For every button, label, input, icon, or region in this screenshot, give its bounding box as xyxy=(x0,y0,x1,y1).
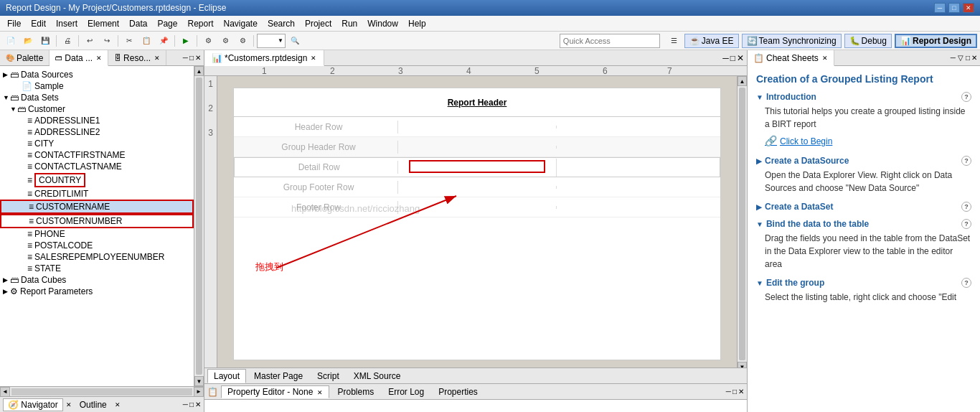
edit-help-icon[interactable]: ? xyxy=(961,278,971,288)
prop-editor-close[interactable]: ✕ xyxy=(317,389,323,396)
toolbar-print[interactable]: 🖨 xyxy=(60,33,75,49)
outline-close[interactable]: ✕ xyxy=(115,401,121,408)
rp-close[interactable]: ✕ xyxy=(971,54,977,62)
tree-item-customernumber[interactable]: ≡ CUSTOMERNUMBER xyxy=(0,214,194,228)
menu-window[interactable]: Window xyxy=(363,17,402,30)
center-minimize[interactable]: ─ xyxy=(722,53,729,63)
cs-section-header-dataset[interactable]: ▶ Create a DataSet ? xyxy=(756,202,971,212)
canvas-scroll-up[interactable]: ▲ xyxy=(738,76,747,86)
cs-section-header-bind[interactable]: ▼ Bind the data to the table ? xyxy=(756,219,971,229)
center-float[interactable]: □ xyxy=(730,53,735,63)
menu-insert[interactable]: Insert xyxy=(52,17,82,30)
scroll-right-btn[interactable]: ► xyxy=(194,387,204,397)
nav-maximize[interactable]: □ xyxy=(189,401,194,408)
perspective-java-ee[interactable]: ☕ Java EE xyxy=(684,34,739,48)
report-canvas[interactable]: Report Header Header Row Group Header Ro… xyxy=(217,76,737,367)
scroll-down-btn[interactable]: ▼ xyxy=(194,376,204,386)
scroll-up-btn[interactable]: ▲ xyxy=(194,66,204,76)
tab-xml-source[interactable]: XML Source xyxy=(347,369,407,383)
tab-customers-rptdesign[interactable]: 📊 *Customers.rptdesign ✕ xyxy=(204,50,324,66)
tree-item-contactlastname[interactable]: ≡ CONTACTLASTNAME xyxy=(0,161,194,172)
tree-item-addressline1[interactable]: ≡ ADDRESSLINE1 xyxy=(0,115,194,126)
tab-data[interactable]: 🗃 Data ... ✕ xyxy=(50,50,108,66)
cheat-close[interactable]: ✕ xyxy=(822,55,828,62)
center-close[interactable]: ✕ xyxy=(737,53,744,63)
rp-minimize[interactable]: ─ xyxy=(951,54,956,62)
canvas-scroll-thumb[interactable] xyxy=(739,88,745,360)
tab-properties[interactable]: Properties xyxy=(432,385,484,398)
quick-access-input[interactable] xyxy=(560,34,660,48)
cs-section-header-intro[interactable]: ▼ Introduction ? xyxy=(756,92,971,102)
tree-item-creditlimit[interactable]: ≡ CREDITLIMIT xyxy=(0,188,194,200)
tab-navigator[interactable]: 🧭 Navigator xyxy=(3,398,63,411)
prop-maximize[interactable]: □ xyxy=(732,388,737,395)
menu-report[interactable]: Report xyxy=(183,17,217,30)
menu-page[interactable]: Page xyxy=(153,17,182,30)
tab-reso-close[interactable]: ✕ xyxy=(154,55,160,62)
perspective-debug[interactable]: 🐛 Debug xyxy=(844,34,892,48)
menu-help[interactable]: Help xyxy=(404,17,430,30)
toolbar-new[interactable]: 📄 xyxy=(3,33,19,49)
toolbar-copy[interactable]: 📋 xyxy=(138,33,154,49)
tree-item-customer[interactable]: ▼ 🗃 Customer xyxy=(0,103,194,115)
toolbar-paste[interactable]: 📌 xyxy=(156,33,171,49)
prop-close[interactable]: ✕ xyxy=(738,388,744,395)
maximize-button[interactable]: □ xyxy=(948,3,960,13)
tree-item-contactfirstname[interactable]: ≡ CONTACTFIRSTNAME xyxy=(0,149,194,161)
toolbar-cut[interactable]: ✂ xyxy=(121,33,137,49)
tree-item-phone[interactable]: ≡ PHONE xyxy=(0,228,194,240)
tab-error-log[interactable]: Error Log xyxy=(382,385,430,398)
menu-element[interactable]: Element xyxy=(83,17,123,30)
menu-edit[interactable]: Edit xyxy=(27,17,50,30)
canvas-scroll-down[interactable]: ▼ xyxy=(738,362,747,367)
rp-float[interactable]: □ xyxy=(966,54,970,62)
row-group-footer[interactable]: Group Footer Row xyxy=(234,177,720,197)
nav-close[interactable]: ✕ xyxy=(66,401,72,408)
nav-close-btn[interactable]: ✕ xyxy=(195,401,201,408)
tree-item-country[interactable]: ≡ COUNTRY xyxy=(0,172,194,188)
left-tree-scrollbar[interactable]: ▲ ▼ xyxy=(194,66,204,386)
scroll-left-btn[interactable]: ◄ xyxy=(0,387,10,397)
nav-minimize[interactable]: ─ xyxy=(183,401,188,408)
row-header[interactable]: Header Row xyxy=(234,117,720,137)
tree-item-customername[interactable]: ≡ CUSTOMERNAME xyxy=(0,200,194,214)
tree-item-postalcode[interactable]: ≡ POSTALCODE xyxy=(0,240,194,251)
tab-palette[interactable]: 🎨 Palette xyxy=(0,50,50,65)
toolbar-dropdown[interactable]: ▼ xyxy=(257,34,286,48)
menu-run[interactable]: Run xyxy=(337,17,362,30)
tab-layout[interactable]: Layout xyxy=(207,369,246,383)
toolbar-redo[interactable]: ↪ xyxy=(99,33,115,49)
cs-begin-link[interactable]: 🔗 Click to Begin xyxy=(765,134,971,149)
close-icon[interactable]: ✕ xyxy=(195,54,201,62)
row-group-header[interactable]: Group Header Row xyxy=(234,137,720,157)
dataset-help-icon[interactable]: ? xyxy=(961,202,971,212)
tree-item-addressline2[interactable]: ≡ ADDRESSLINE2 xyxy=(0,126,194,138)
canvas-vscroll[interactable]: ▲ ▼ xyxy=(737,76,747,367)
tab-reso[interactable]: 🗄 Reso... ✕ xyxy=(108,50,166,65)
tab-cheat-sheets[interactable]: 📋 Cheat Sheets ✕ xyxy=(748,50,834,66)
tab-problems[interactable]: Problems xyxy=(331,385,380,398)
tab-property-editor[interactable]: Property Editor - None ✕ xyxy=(221,385,329,398)
prop-minimize[interactable]: ─ xyxy=(726,388,731,395)
rptdesign-close[interactable]: ✕ xyxy=(311,55,316,62)
ds-help-icon[interactable]: ? xyxy=(961,156,971,166)
toolbar-search-icon[interactable]: 🔍 xyxy=(287,33,303,49)
row-footer[interactable]: Footer Row xyxy=(234,197,720,217)
toolbar-misc3[interactable]: ⚙ xyxy=(235,33,250,49)
intro-help-icon[interactable]: ? xyxy=(961,92,971,102)
tree-item-reportparams[interactable]: ▶ ⚙ Report Parameters xyxy=(0,286,194,297)
rp-maximize[interactable]: ▽ xyxy=(958,54,963,62)
minimize-button[interactable]: ─ xyxy=(934,3,946,13)
menu-search[interactable]: Search xyxy=(263,17,299,30)
tree-item-datacubes[interactable]: ▶ 🗃 Data Cubes xyxy=(0,274,194,286)
report-canvas-wrap[interactable]: 1 2 3 4 5 6 7 1 2 3 xyxy=(204,66,747,367)
menu-navigate[interactable]: Navigate xyxy=(220,17,262,30)
maximize-icon[interactable]: □ xyxy=(189,54,194,62)
minimize-icon[interactable]: ─ xyxy=(183,54,188,62)
cs-section-header-edit[interactable]: ▼ Edit the group ? xyxy=(756,278,971,288)
toolbar-misc1[interactable]: ⚙ xyxy=(200,33,216,49)
cs-section-header-datasource[interactable]: ▶ Create a DataSource ? xyxy=(756,156,971,166)
tree-item-state[interactable]: ≡ STATE xyxy=(0,263,194,274)
tree-item-sample[interactable]: 📄 Sample xyxy=(0,80,194,92)
bind-help-icon[interactable]: ? xyxy=(961,219,971,229)
